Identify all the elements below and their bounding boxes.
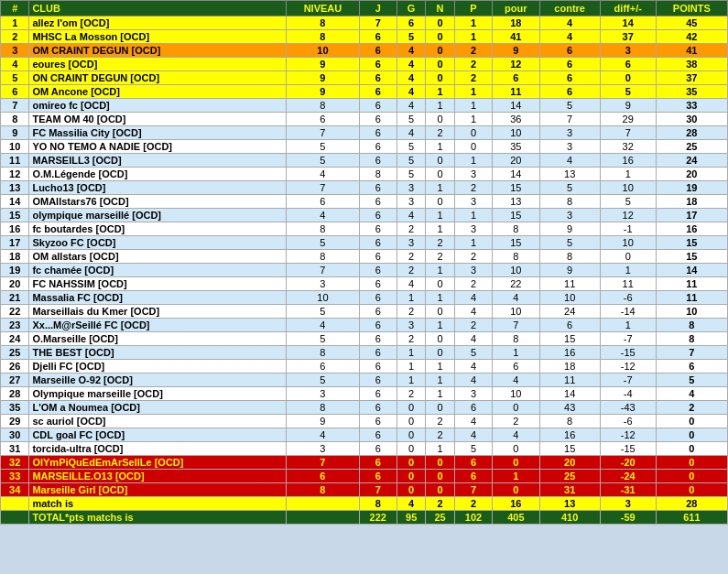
cell-niveau: 7 (287, 264, 359, 277)
cell-j: 7 (359, 483, 397, 497)
cell-points: 0 (656, 428, 727, 442)
cell-g: 2 (397, 264, 425, 277)
cell-contre: 4 (539, 16, 600, 30)
table-row: 11MARSEILL3 [OCD]565012041624 (1, 154, 728, 168)
cell-club: FC Massilia City [OCD] (29, 126, 287, 140)
cell-n: 0 (426, 71, 454, 85)
cell-rank: 15 (1, 209, 29, 222)
cell-j: 6 (359, 360, 397, 374)
cell-n: 0 (426, 58, 454, 71)
cell-j: 6 (359, 99, 397, 113)
cell-pour: 10 (493, 264, 539, 277)
cell-pour: 15 (493, 236, 539, 250)
cell-contre: 5 (539, 236, 600, 250)
cell-club: fc boutardes [OCD] (29, 222, 287, 236)
cell-diff: 16 (600, 154, 656, 168)
cell-j: 6 (359, 291, 397, 305)
cell-g: 0 (397, 483, 425, 497)
cell-n: 1 (426, 264, 454, 277)
cell-points: 30 (656, 113, 727, 126)
cell-club: Djelli FC [OCD] (29, 360, 287, 374)
cell-g: 0 (397, 442, 425, 456)
cell-diff: -12 (600, 428, 656, 442)
cell-club: Massalia FC [OCD] (29, 291, 287, 305)
cell-rank: 6 (1, 85, 29, 99)
cell-pour: 4 (493, 291, 539, 305)
cell-points: 33 (656, 99, 727, 113)
cell-niveau: 9 (287, 415, 359, 428)
table-row: 21Massalia FC [OCD]106114410-611 (1, 291, 728, 305)
cell-p: 1 (454, 236, 492, 250)
cell-g: 2 (397, 387, 425, 401)
cell-niveau: 6 (287, 470, 359, 483)
cell-contre: 16 (539, 428, 600, 442)
cell-club: Marseille O-92 [OCD] (29, 374, 287, 387)
cell-rank: 16 (1, 222, 29, 236)
cell-club: OM Ancone [OCD] (29, 85, 287, 99)
col-j: J (359, 1, 397, 16)
cell-contre: 8 (539, 250, 600, 264)
cell-j: 6 (359, 181, 397, 195)
cell-diff: 37 (600, 30, 656, 44)
cell-diff: 0 (600, 250, 656, 264)
table-row: 22Marseillais du Kmer [OCD]562041024-141… (1, 305, 728, 319)
cell-n: 1 (426, 291, 454, 305)
cell-g: 1 (397, 346, 425, 360)
table-row: 35L'OM a Noumea [OCD]86006043-432 (1, 401, 728, 415)
cell-rank: 35 (1, 401, 29, 415)
cell-g: 1 (397, 374, 425, 387)
cell-g: 4 (397, 85, 425, 99)
col-club: CLUB (29, 1, 287, 16)
cell-g: 3 (397, 319, 425, 332)
footer-points: 28 (656, 497, 727, 511)
cell-j: 6 (359, 319, 397, 332)
cell-club: YO NO TEMO A NADIE [OCD] (29, 140, 287, 154)
cell-diff: -24 (600, 470, 656, 483)
cell-pour: 11 (493, 85, 539, 99)
cell-rank: 22 (1, 305, 29, 319)
table-row: 28Olympique marseille [OCD]362131014-44 (1, 387, 728, 401)
cell-niveau: 5 (287, 332, 359, 346)
cell-pour: 0 (493, 401, 539, 415)
cell-club: fc chamée [OCD] (29, 264, 287, 277)
cell-pour: 20 (493, 154, 539, 168)
cell-g: 5 (397, 168, 425, 181)
cell-p: 2 (454, 71, 492, 85)
cell-niveau: 3 (287, 387, 359, 401)
table-row: 19fc chamée [OCD]76213109114 (1, 264, 728, 277)
cell-points: 8 (656, 332, 727, 346)
cell-n: 1 (426, 99, 454, 113)
table-row: 10YO NO TEMO A NADIE [OCD]565103533225 (1, 140, 728, 154)
cell-pour: 4 (493, 374, 539, 387)
cell-n: 1 (426, 387, 454, 401)
cell-j: 6 (359, 305, 397, 319)
cell-niveau: 6 (287, 360, 359, 374)
cell-pour: 18 (493, 16, 539, 30)
cell-contre: 6 (539, 58, 600, 71)
table-row: 25THE BEST [OCD]86105116-157 (1, 346, 728, 360)
cell-rank: 31 (1, 442, 29, 456)
cell-n: 1 (426, 360, 454, 374)
cell-g: 2 (397, 332, 425, 346)
cell-p: 5 (454, 442, 492, 456)
cell-p: 2 (454, 250, 492, 264)
cell-contre: 3 (539, 126, 600, 140)
cell-g: 0 (397, 456, 425, 470)
cell-points: 28 (656, 126, 727, 140)
cell-n: 0 (426, 30, 454, 44)
cell-p: 4 (454, 291, 492, 305)
cell-g: 4 (397, 71, 425, 85)
cell-p: 5 (454, 346, 492, 360)
cell-pour: 35 (493, 140, 539, 154)
cell-j: 6 (359, 470, 397, 483)
cell-j: 6 (359, 277, 397, 291)
cell-club: O.M.Légende [OCD] (29, 168, 287, 181)
cell-niveau: 6 (287, 113, 359, 126)
cell-points: 10 (656, 305, 727, 319)
cell-rank: 17 (1, 236, 29, 250)
cell-niveau: 9 (287, 85, 359, 99)
cell-j: 6 (359, 154, 397, 168)
table-row: 29sc auriol [OCD]9602428-60 (1, 415, 728, 428)
cell-club: FC NAHSSIM [OCD] (29, 277, 287, 291)
cell-pour: 14 (493, 99, 539, 113)
